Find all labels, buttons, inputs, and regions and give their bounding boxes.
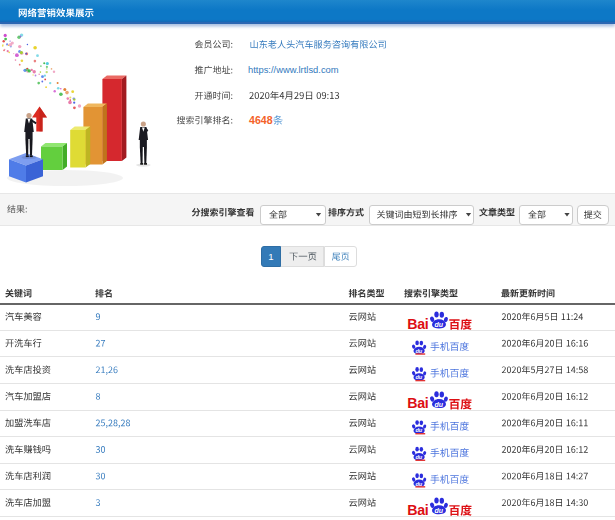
svg-text:Bai: Bai	[407, 502, 428, 518]
svg-text:1: 1	[268, 251, 273, 262]
svg-text:Bai: Bai	[407, 316, 428, 332]
svg-text:Bai: Bai	[407, 395, 428, 411]
svg-text:https://www.lrtlsd.com: https://www.lrtlsd.com	[248, 64, 339, 75]
svg-text:4648: 4648	[249, 114, 273, 126]
